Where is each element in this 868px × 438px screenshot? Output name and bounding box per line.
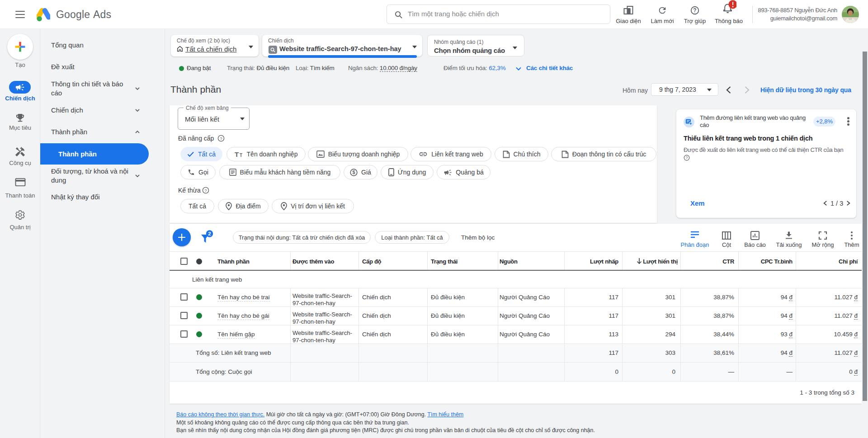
- svg-text:?: ?: [220, 136, 222, 141]
- svg-text:T: T: [240, 153, 242, 158]
- svg-text:?: ?: [204, 188, 207, 193]
- svg-text:2: 2: [208, 231, 211, 236]
- svg-text:?: ?: [693, 7, 696, 14]
- svg-text:T: T: [235, 151, 239, 158]
- svg-text:?: ?: [686, 155, 688, 160]
- svg-text:$: $: [353, 170, 355, 175]
